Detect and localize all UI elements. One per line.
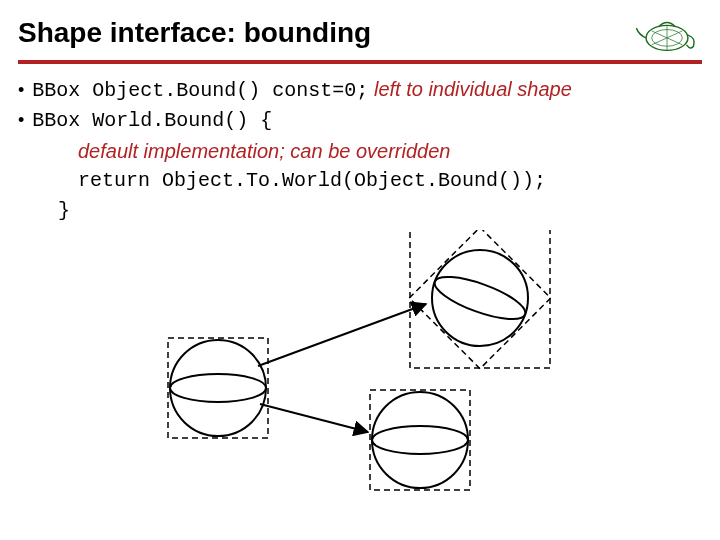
svg-point-8 [430, 268, 530, 327]
bullet-2-code: BBox World.Bound() { [32, 106, 272, 136]
svg-point-11 [372, 426, 468, 454]
body-comment: default implementation; can be overridde… [78, 136, 702, 166]
teapot-logo [632, 10, 702, 56]
svg-rect-9 [370, 390, 470, 490]
svg-point-4 [170, 374, 266, 402]
bullet-2: • BBox World.Bound() { [18, 106, 702, 136]
top-right-sphere-group [409, 230, 550, 369]
arrow-top [258, 304, 426, 366]
body-return: return Object.To.World(Object.Bound()); [78, 166, 702, 196]
svg-rect-2 [168, 338, 268, 438]
bullet-1-code: BBox Object.Bound() const=0; [32, 79, 368, 102]
bullet-1-note: left to individual shape [374, 78, 572, 100]
bounding-diagram [140, 230, 580, 510]
svg-point-10 [372, 392, 468, 488]
body-close: } [58, 196, 702, 226]
bullet-dot: • [18, 107, 24, 134]
header-underline [0, 60, 720, 64]
arrow-bottom [260, 404, 368, 432]
page-title: Shape interface: bounding [18, 17, 632, 49]
left-sphere-group [168, 338, 268, 438]
bottom-right-sphere-group [370, 390, 470, 490]
bullet-dot: • [18, 77, 24, 104]
bullet-1: • BBox Object.Bound() const=0; left to i… [18, 74, 702, 106]
svg-point-3 [170, 340, 266, 436]
